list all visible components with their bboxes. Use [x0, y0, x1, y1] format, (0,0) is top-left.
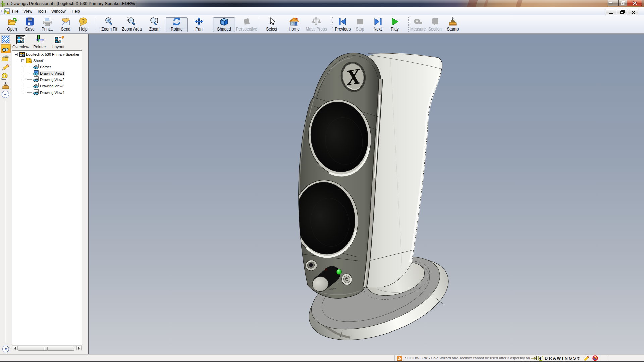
svg-text:?: ? [82, 18, 85, 24]
svg-text:e: e [4, 8, 7, 14]
svg-text:e: e [539, 356, 542, 361]
svg-text:e: e [3, 1, 5, 7]
